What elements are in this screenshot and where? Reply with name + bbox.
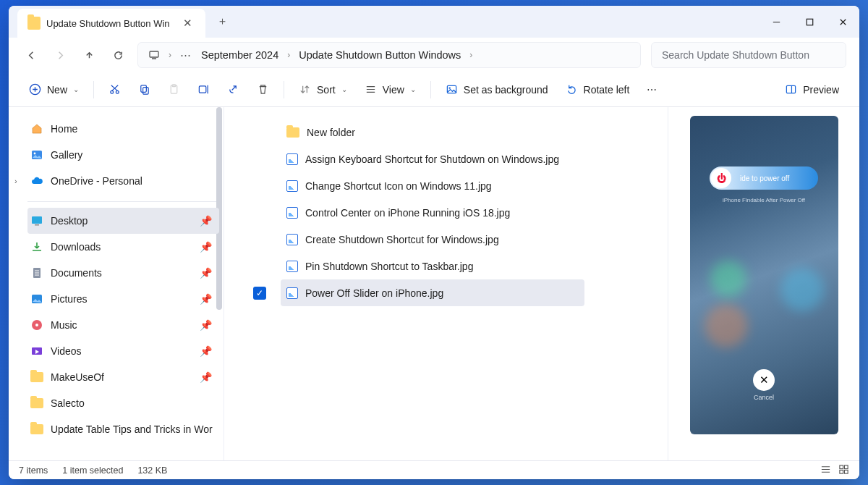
- folder-icon: [30, 423, 43, 436]
- more-button[interactable]: ⋯: [639, 80, 665, 100]
- checkbox-checked-icon[interactable]: ✓: [253, 287, 266, 300]
- sidebar-item-documents[interactable]: Documents 📌: [27, 260, 219, 286]
- window-controls: [760, 6, 859, 38]
- preview-image: ⏻ ide to power off iPhone Findable After…: [690, 116, 838, 434]
- sidebar-item-home[interactable]: Home: [27, 116, 219, 142]
- details-view-icon[interactable]: [820, 464, 831, 477]
- view-button[interactable]: View ⌄: [357, 79, 423, 100]
- file-name: New folder: [307, 127, 355, 138]
- desktop-icon: [30, 214, 43, 227]
- breadcrumb-overflow[interactable]: ⋯: [180, 49, 192, 61]
- sidebar-item-pictures[interactable]: Pictures 📌: [27, 286, 219, 312]
- folder-icon: [30, 397, 43, 410]
- sidebar-item-desktop[interactable]: Desktop 📌: [27, 208, 219, 234]
- minimize-button[interactable]: [760, 6, 793, 38]
- file-item[interactable]: Change Shortcut Icon on Windows 11.jpg: [281, 172, 584, 199]
- body: Home Gallery › OneDrive - Personal Deskt…: [9, 107, 859, 460]
- sidebar-label: MakeUseOf: [51, 371, 104, 383]
- sidebar-label: Downloads: [51, 241, 101, 253]
- pin-icon[interactable]: 📌: [200, 215, 212, 227]
- sidebar-item-tips[interactable]: Update Table Tips and Tricks in Wor: [27, 416, 219, 442]
- folder-icon: [27, 17, 41, 30]
- pin-icon[interactable]: 📌: [200, 371, 212, 383]
- new-button[interactable]: New ⌄: [22, 79, 86, 100]
- thumbnails-view-icon[interactable]: [838, 464, 849, 477]
- maximize-button[interactable]: [793, 6, 826, 38]
- file-item[interactable]: Pin Shutdown Shortcut to Taskbar.jpg: [281, 253, 584, 279]
- sort-button[interactable]: Sort ⌄: [292, 79, 354, 100]
- sidebar-label: Pictures: [51, 293, 88, 305]
- image-file-icon: [286, 287, 298, 299]
- tab-active[interactable]: Update Shutdown Button Win ✕: [17, 9, 205, 38]
- search-placeholder: Search Update Shutdown Button: [662, 49, 809, 61]
- cut-button[interactable]: [101, 79, 128, 100]
- chevron-right-icon[interactable]: ›: [14, 177, 17, 185]
- search-input[interactable]: Search Update Shutdown Button: [651, 42, 846, 68]
- download-icon: [30, 240, 43, 253]
- svg-rect-14: [143, 88, 149, 94]
- sidebar-item-videos[interactable]: Videos 📌: [27, 338, 219, 364]
- file-item-folder[interactable]: New folder: [281, 119, 584, 146]
- share-button[interactable]: [220, 79, 247, 100]
- svg-point-36: [35, 324, 38, 326]
- share-icon: [227, 83, 239, 96]
- breadcrumb-seg[interactable]: Update Shutdown Button Windows: [299, 49, 461, 61]
- svg-point-23: [448, 87, 450, 88]
- pin-icon[interactable]: 📌: [200, 293, 212, 305]
- set-background-button[interactable]: Set as background: [438, 79, 556, 100]
- pin-icon[interactable]: 📌: [200, 241, 212, 253]
- file-pane[interactable]: New folder Assign Keyboard Shortcut for …: [224, 107, 668, 460]
- file-item[interactable]: Assign Keyboard Shortcut for Shutdown on…: [281, 146, 584, 172]
- rename-button[interactable]: [190, 79, 217, 100]
- image-file-icon: [286, 234, 298, 245]
- sidebar-item-salecto[interactable]: Salecto: [27, 390, 219, 416]
- explorer-window: Update Shutdown Button Win ✕ ＋ › ⋯ Septe…: [9, 6, 859, 479]
- svg-point-10: [116, 90, 119, 93]
- breadcrumb-seg[interactable]: September 2024: [201, 49, 278, 61]
- svg-rect-29: [35, 224, 39, 226]
- forward-button[interactable]: [51, 46, 69, 64]
- file-item[interactable]: Control Center on iPhone Running iOS 18.…: [281, 199, 584, 226]
- address-bar[interactable]: › ⋯ September 2024 › Update Shutdown But…: [137, 42, 641, 68]
- new-tab-button[interactable]: ＋: [214, 13, 230, 29]
- svg-point-9: [111, 90, 114, 93]
- rotate-left-button[interactable]: Rotate left: [558, 79, 637, 100]
- monitor-icon: [148, 49, 160, 61]
- sidebar-item-gallery[interactable]: Gallery: [27, 142, 219, 168]
- up-button[interactable]: [80, 46, 98, 64]
- sidebar-item-downloads[interactable]: Downloads 📌: [27, 234, 219, 260]
- svg-rect-41: [840, 465, 843, 468]
- delete-button[interactable]: [250, 79, 276, 100]
- file-item[interactable]: Create Shutdown Shortcut for Windows.jpg: [281, 226, 584, 253]
- copy-button[interactable]: [131, 79, 158, 100]
- folder-icon: [286, 127, 299, 138]
- paste-button[interactable]: [161, 79, 187, 100]
- cloud-icon: [30, 174, 43, 187]
- back-button[interactable]: [22, 46, 41, 64]
- pin-icon[interactable]: 📌: [200, 319, 212, 331]
- svg-line-12: [111, 85, 118, 91]
- svg-rect-22: [447, 85, 456, 93]
- file-name: Create Shutdown Shortcut for Windows.jpg: [305, 234, 499, 245]
- pin-icon[interactable]: 📌: [200, 267, 212, 279]
- file-name: Power Off Slider on iPhone.jpg: [305, 287, 443, 299]
- sidebar-item-onedrive[interactable]: › OneDrive - Personal: [27, 168, 219, 194]
- file-item-selected[interactable]: ✓ Power Off Slider on iPhone.jpg: [281, 279, 584, 306]
- close-tab-icon[interactable]: ✕: [179, 15, 195, 31]
- sidebar-label: Home: [51, 123, 77, 135]
- sidebar-label: Music: [51, 319, 77, 331]
- svg-line-11: [112, 85, 119, 91]
- svg-rect-17: [199, 86, 205, 93]
- sidebar-item-makeuseof[interactable]: MakeUseOf 📌: [27, 364, 219, 390]
- sidebar-item-music[interactable]: Music 📌: [27, 312, 219, 338]
- copy-icon: [138, 83, 150, 96]
- refresh-button[interactable]: [109, 46, 127, 64]
- pin-icon[interactable]: 📌: [200, 345, 212, 357]
- svg-rect-44: [844, 470, 848, 473]
- folder-icon: [30, 371, 43, 384]
- file-name: Pin Shutdown Shortcut to Taskbar.jpg: [305, 261, 473, 272]
- preview-pane-button[interactable]: Preview: [778, 79, 846, 100]
- status-size: 132 KB: [137, 465, 167, 476]
- rotate-left-icon: [566, 83, 578, 96]
- close-window-button[interactable]: [826, 6, 859, 38]
